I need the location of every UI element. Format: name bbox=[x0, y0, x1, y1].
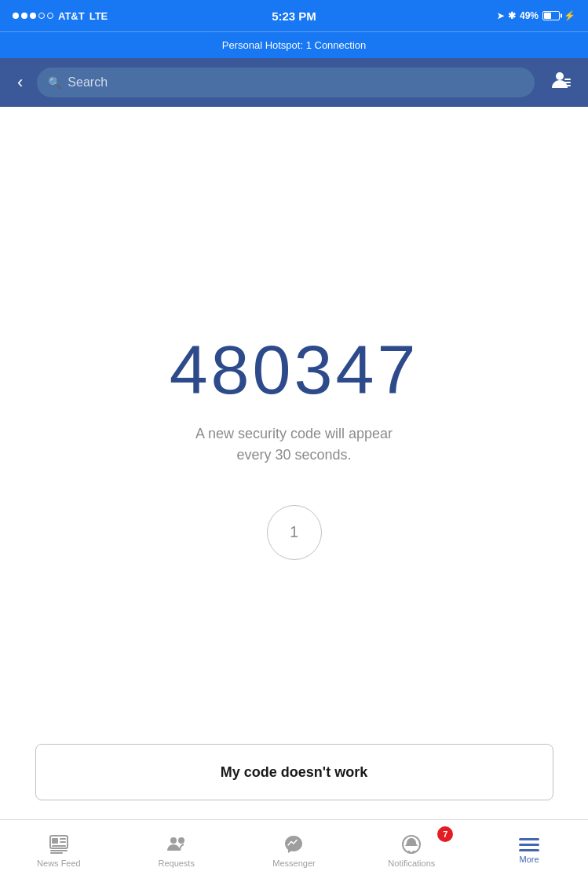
charging-icon: ⚡ bbox=[564, 10, 575, 21]
news-feed-label: News Feed bbox=[37, 859, 81, 868]
svg-point-0 bbox=[556, 72, 564, 80]
security-code: 480347 bbox=[170, 335, 419, 405]
nav-bar: ‹ 🔍 Search bbox=[0, 58, 588, 107]
more-icon bbox=[519, 838, 539, 851]
requests-label: Requests bbox=[158, 859, 194, 868]
hotspot-banner: Personal Hotspot: 1 Connection bbox=[0, 31, 588, 58]
profile-icon-svg bbox=[549, 69, 571, 91]
svg-rect-9 bbox=[50, 850, 68, 851]
search-bar[interactable]: 🔍 Search bbox=[37, 68, 535, 97]
carrier-label: AT&T bbox=[58, 10, 85, 22]
tab-messenger[interactable]: Messenger bbox=[236, 820, 353, 886]
svg-rect-6 bbox=[60, 838, 66, 840]
status-bar: AT&T LTE 5:23 PM ➤ ✱ 49% ⚡ bbox=[0, 0, 588, 31]
location-icon: ➤ bbox=[497, 11, 504, 21]
network-type-label: LTE bbox=[89, 10, 108, 22]
signal-dot-2 bbox=[21, 13, 27, 19]
status-right: ➤ ✱ 49% ⚡ bbox=[497, 10, 575, 21]
back-button[interactable]: ‹ bbox=[11, 69, 29, 96]
search-placeholder: Search bbox=[68, 75, 108, 90]
bluetooth-icon: ✱ bbox=[508, 10, 516, 21]
search-icon: 🔍 bbox=[48, 76, 61, 89]
battery-icon bbox=[542, 11, 560, 20]
timer-circle: 1 bbox=[267, 505, 322, 560]
notifications-icon bbox=[400, 833, 422, 855]
code-problem-label: My code doesn't work bbox=[221, 764, 367, 781]
svg-rect-1 bbox=[564, 79, 571, 80]
tab-bar: News Feed Requests Messenger 7 Notificat… bbox=[0, 819, 588, 886]
tab-notifications[interactable]: 7 Notifications bbox=[352, 820, 470, 886]
hotspot-text: Personal Hotspot: 1 Connection bbox=[222, 39, 367, 51]
svg-rect-7 bbox=[60, 841, 66, 843]
tab-more[interactable]: More bbox=[470, 820, 588, 886]
svg-rect-8 bbox=[52, 845, 66, 847]
status-left: AT&T LTE bbox=[13, 10, 108, 22]
requests-icon bbox=[166, 833, 188, 855]
signal-dot-3 bbox=[30, 13, 36, 19]
news-feed-icon bbox=[48, 833, 70, 855]
main-content: 480347 A new security code will appearev… bbox=[0, 107, 588, 819]
code-problem-button[interactable]: My code doesn't work bbox=[35, 744, 553, 800]
svg-rect-10 bbox=[50, 852, 63, 854]
code-description: A new security code will appearevery 30 … bbox=[195, 423, 393, 466]
svg-rect-3 bbox=[564, 85, 571, 86]
status-time: 5:23 PM bbox=[272, 9, 316, 23]
svg-point-12 bbox=[178, 837, 184, 844]
messenger-label: Messenger bbox=[272, 859, 315, 868]
more-label: More bbox=[520, 855, 539, 864]
timer-value: 1 bbox=[290, 523, 298, 541]
signal-dots bbox=[13, 13, 53, 19]
svg-point-11 bbox=[170, 837, 177, 844]
battery-percent: 49% bbox=[520, 10, 539, 21]
back-icon: ‹ bbox=[17, 72, 23, 92]
tab-news-feed[interactable]: News Feed bbox=[0, 820, 118, 886]
profile-menu-button[interactable] bbox=[542, 66, 577, 99]
signal-dot-1 bbox=[13, 13, 19, 19]
svg-rect-5 bbox=[52, 838, 58, 844]
notification-badge: 7 bbox=[437, 826, 453, 842]
signal-dot-5 bbox=[47, 13, 53, 19]
notifications-label: Notifications bbox=[388, 859, 435, 868]
svg-rect-2 bbox=[564, 82, 571, 83]
tab-requests[interactable]: Requests bbox=[118, 820, 236, 886]
messenger-icon bbox=[283, 833, 305, 855]
signal-dot-4 bbox=[38, 13, 45, 19]
